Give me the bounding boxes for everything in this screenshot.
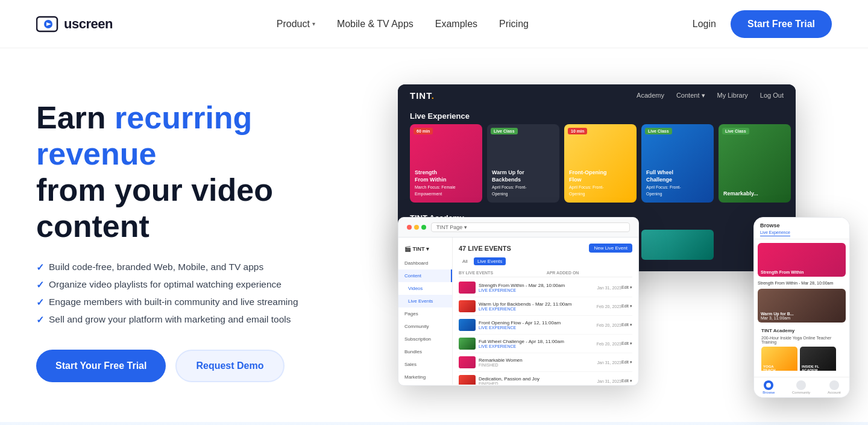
hero-screenshots: TINT. Academy Content ▾ My Library Log O… xyxy=(398,84,844,398)
demo-nav: Academy Content ▾ My Library Log Out xyxy=(637,92,784,99)
nav-right: Login Start Free Trial xyxy=(693,10,832,38)
login-link[interactable]: Login xyxy=(693,19,716,30)
mobile-new-card-2: INSIDE FLACADEM xyxy=(800,347,836,371)
cms-menu-pages[interactable]: Pages xyxy=(398,307,452,320)
demo-card-1: 60 min StrengthFrom WithinMarch Focus: F… xyxy=(410,124,482,203)
hero-section: Earn recurring revenue from your video c… xyxy=(0,48,868,410)
nav-pricing[interactable]: Pricing xyxy=(499,19,529,30)
feature-item-4: ✓ Sell and grow your platform with marke… xyxy=(36,314,374,326)
browse-icon xyxy=(766,382,772,388)
cms-filters: All Live Events xyxy=(459,257,632,265)
start-trial-button[interactable]: Start Your Free Trial xyxy=(36,350,166,382)
filter-all[interactable]: All xyxy=(459,257,471,265)
cms-row-6: Dedication, Passion and Joy FINISHED Jan… xyxy=(459,372,632,385)
mobile-nav-account[interactable]: Account xyxy=(828,380,841,394)
cms-sidebar: 🎬 TINT ▾ Dashboard Content Videos Live E… xyxy=(398,238,453,385)
cms-row-2: Warm Up for Backbends - Mar 22, 11:00am … xyxy=(459,297,632,316)
cms-main-content: 47 LIVE EVENTS New Live Event All Live E… xyxy=(453,238,638,385)
mobile-screenshot: Browse Live Experience Strength From Wit… xyxy=(753,217,850,398)
request-demo-button[interactable]: Request Demo xyxy=(175,350,284,382)
brand-name: uscreen xyxy=(64,16,113,32)
hero-heading: Earn recurring revenue from your video c… xyxy=(36,100,374,244)
mobile-nav-community[interactable]: Community xyxy=(792,380,810,394)
hero-content: Earn recurring revenue from your video c… xyxy=(36,100,374,382)
cms-content-title: 47 LIVE EVENTS xyxy=(459,245,511,252)
mobile-new-classes: TINT Academy 200-Hour Inside Yoga Online… xyxy=(758,326,846,371)
footer-gradient xyxy=(0,422,868,425)
mobile-nav-browse[interactable]: Browse xyxy=(763,380,775,394)
mobile-bottom-nav: Browse Community Account xyxy=(754,377,849,397)
svg-point-4 xyxy=(766,383,771,388)
feature-item-2: ✓ Organize video playlists for optimal w… xyxy=(36,279,374,291)
cms-menu-content[interactable]: Content xyxy=(398,269,452,282)
cms-row-4: Full Wheel Challenge - Apr 18, 11:00am L… xyxy=(459,335,632,353)
cms-menu-bundles[interactable]: Bundles xyxy=(398,345,452,358)
navbar: uscreen Product ▾ Mobile & TV Apps Examp… xyxy=(0,0,868,48)
cms-menu-subscription[interactable]: Subscription xyxy=(398,333,452,345)
cms-menu-community[interactable]: Community xyxy=(398,320,452,333)
logo[interactable]: uscreen xyxy=(36,16,113,33)
cms-menu-website[interactable]: Website xyxy=(398,383,452,386)
demo-card-5: Live Class Remarkably... xyxy=(719,124,791,203)
cms-row-3: Front Opening Flow - Apr 12, 11:00am LIV… xyxy=(459,316,632,335)
demo-card-4: Live Class Full WheelChallengeApril Focu… xyxy=(641,124,714,203)
demo-cards: 60 min StrengthFrom WithinMarch Focus: F… xyxy=(398,124,796,209)
cms-menu-dashboard[interactable]: Dashboard xyxy=(398,257,452,269)
cms-row-1: Strength From Within - Mar 28, 10:00am L… xyxy=(459,279,632,297)
mobile-card-2: Warm Up for B...Mar 3, 11:00am xyxy=(758,289,846,323)
nav-cta-button[interactable]: Start Free Trial xyxy=(731,10,832,38)
feature-item-3: ✓ Engage members with built-in community… xyxy=(36,297,374,308)
hero-buttons: Start Your Free Trial Request Demo xyxy=(36,350,374,382)
mobile-new-card-1: YOGATEACH xyxy=(761,347,797,371)
demo-brand: TINT. xyxy=(410,90,435,101)
demo-card-2: Live Class Warm Up forBackbendsApril Foc… xyxy=(487,124,559,203)
filter-live-events[interactable]: Live Events xyxy=(474,257,506,265)
check-icon-3: ✓ xyxy=(36,297,44,308)
check-icon-1: ✓ xyxy=(36,262,44,273)
nav-mobile-tv[interactable]: Mobile & TV Apps xyxy=(337,19,414,30)
demo-card-3: 10 min Front-OpeningFlowApril Focus: Fro… xyxy=(564,124,637,203)
check-icon-4: ✓ xyxy=(36,315,44,326)
new-live-event-button[interactable]: New Live Event xyxy=(589,244,632,253)
cms-menu-sales[interactable]: Sales xyxy=(398,358,452,371)
mobile-card-1: Strength From Within xyxy=(758,243,846,277)
mobile-section-title: Browse xyxy=(760,222,843,228)
product-chevron-icon: ▾ xyxy=(312,20,315,27)
check-icon-2: ✓ xyxy=(36,280,44,291)
cms-screenshot: TINT Page ▾ 🎬 TINT ▾ Dashboard Content V… xyxy=(398,217,639,386)
mobile-tab-live[interactable]: Live Experience xyxy=(760,230,790,236)
hero-features-list: ✓ Build code-free, branded Web, Mobile, … xyxy=(36,262,374,326)
nav-examples[interactable]: Examples xyxy=(435,19,477,30)
cms-menu-marketing[interactable]: Marketing xyxy=(398,371,452,383)
feature-item-1: ✓ Build code-free, branded Web, Mobile, … xyxy=(36,262,374,273)
cms-row-5: Remarkable Women FINISHED Jan 31, 2023 E… xyxy=(459,353,632,372)
logo-icon xyxy=(36,16,59,33)
nav-links: Product ▾ Mobile & TV Apps Examples Pric… xyxy=(277,19,529,30)
nav-product[interactable]: Product ▾ xyxy=(277,19,315,30)
mobile-cards: Strength From Within Strength From Withi… xyxy=(754,239,849,371)
